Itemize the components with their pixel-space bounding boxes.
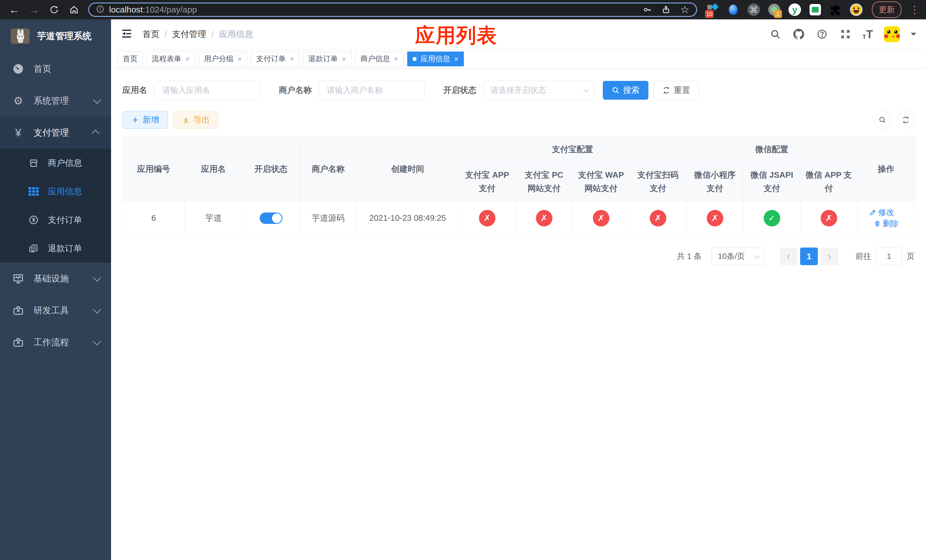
browser-home-button[interactable] bbox=[66, 2, 82, 18]
sidebar-item-pay-orders[interactable]: 支付订单 bbox=[0, 206, 111, 234]
merchant-name-input[interactable] bbox=[327, 86, 416, 95]
header-search-icon[interactable] bbox=[769, 28, 782, 41]
browser-back-button[interactable]: ← bbox=[6, 2, 22, 18]
app-table: 应用编号 应用名 开启状态 商户名称 创建时间 支付宝配置 微信配置 操作 支付… bbox=[123, 137, 915, 235]
tab-process-form[interactable]: 流程表单× bbox=[146, 51, 195, 67]
grid-icon bbox=[28, 186, 39, 197]
sidebar-item-system[interactable]: ⚙ 系统管理 bbox=[0, 85, 111, 117]
sidebar-item-home[interactable]: 首页 bbox=[0, 53, 111, 85]
switch-knob bbox=[272, 213, 281, 223]
status-icon: ✗ bbox=[707, 210, 723, 227]
page-size-select[interactable]: 10条/页 bbox=[711, 248, 765, 265]
user-avatar[interactable] bbox=[884, 26, 900, 42]
status-icon: ✗ bbox=[479, 210, 495, 227]
browser-menu-icon[interactable]: ⋮ bbox=[909, 4, 920, 16]
browser-update-button[interactable]: 更新 bbox=[872, 2, 902, 18]
back-icon: ← bbox=[9, 4, 20, 16]
toggle-search-button[interactable] bbox=[874, 111, 891, 129]
extension-blocker-icon[interactable]: 10 bbox=[706, 3, 719, 16]
app-name-input[interactable] bbox=[162, 86, 252, 95]
password-key-icon[interactable] bbox=[643, 5, 652, 14]
tab-app-info-active[interactable]: 应用信息× bbox=[407, 51, 464, 67]
close-icon[interactable]: × bbox=[454, 55, 458, 63]
sidebar-collapse-button[interactable] bbox=[121, 28, 133, 41]
prev-page-button[interactable]: ‹ bbox=[780, 248, 797, 265]
avatar-caret-icon[interactable] bbox=[911, 33, 916, 38]
extension-y-icon[interactable]: y bbox=[788, 3, 801, 16]
col-group-wechat: 微信配置 bbox=[687, 137, 857, 162]
search-button[interactable]: 搜索 bbox=[603, 81, 648, 100]
extension-command-icon[interactable]: ⌘ bbox=[747, 3, 760, 16]
status-icon: ✗ bbox=[593, 210, 609, 227]
extension-badge: 1 bbox=[774, 10, 782, 18]
github-icon[interactable] bbox=[793, 28, 805, 41]
url-path: :1024/pay/app bbox=[143, 5, 197, 14]
sidebar-item-label: 首页 bbox=[33, 63, 99, 75]
refresh-table-button[interactable] bbox=[897, 111, 915, 129]
sidebar-item-workflow[interactable]: 工作流程 bbox=[0, 327, 111, 358]
breadcrumb-current: 应用信息 bbox=[219, 29, 253, 40]
sidebar: 芋道管理系统 首页 ⚙ 系统管理 ¥ 支付管理 bbox=[0, 20, 111, 560]
home-icon bbox=[69, 5, 79, 15]
tab-home[interactable]: 首页 bbox=[117, 51, 143, 67]
next-page-button[interactable]: › bbox=[821, 248, 838, 265]
close-icon[interactable]: × bbox=[185, 55, 190, 63]
help-icon[interactable] bbox=[816, 28, 828, 41]
edit-link[interactable]: 修改 bbox=[869, 207, 894, 218]
tab-refund-orders[interactable]: 退款订单× bbox=[303, 51, 352, 67]
navbar: 首页 / 支付管理 / 应用信息 bbox=[111, 20, 926, 49]
sidebar-item-payment[interactable]: ¥ 支付管理 bbox=[0, 117, 111, 149]
reset-button[interactable]: 重置 bbox=[654, 81, 699, 100]
screen: ← → localhost:1024/pay/app ☆ 10 ⌘ bbox=[0, 0, 926, 560]
browser-profile-avatar[interactable] bbox=[850, 3, 863, 16]
close-icon[interactable]: × bbox=[394, 55, 398, 63]
enable-switch[interactable] bbox=[260, 212, 283, 224]
delete-link[interactable]: 删除 bbox=[874, 218, 899, 229]
page-1-button[interactable]: 1 bbox=[800, 248, 818, 265]
dashboard-icon bbox=[12, 63, 24, 75]
fullscreen-icon[interactable] bbox=[839, 28, 852, 41]
extension-chat-icon[interactable] bbox=[809, 3, 822, 16]
share-icon[interactable] bbox=[661, 5, 670, 14]
page-unit-label: 页 bbox=[906, 251, 915, 262]
breadcrumb-home[interactable]: 首页 bbox=[142, 29, 159, 40]
goto-page-input[interactable] bbox=[876, 248, 902, 265]
export-button[interactable]: 导出 bbox=[173, 111, 219, 129]
site-info-icon[interactable] bbox=[96, 5, 104, 15]
close-icon[interactable]: × bbox=[342, 55, 346, 63]
address-bar[interactable]: localhost:1024/pay/app ☆ bbox=[88, 3, 697, 17]
briefcase-icon bbox=[12, 336, 24, 349]
bookmark-star-icon[interactable]: ☆ bbox=[680, 5, 689, 15]
close-icon[interactable]: × bbox=[290, 55, 294, 63]
pagination: 共 1 条 10条/页 ‹ 1 › 前往 页 bbox=[123, 248, 915, 265]
font-size-icon[interactable]: тT bbox=[862, 28, 873, 41]
tab-label: 商户信息 bbox=[360, 54, 390, 64]
extensions-menu-icon[interactable] bbox=[829, 3, 842, 16]
sidebar-item-dev-tools[interactable]: 研发工具 bbox=[0, 295, 111, 327]
sidebar-item-label: 工作流程 bbox=[33, 336, 84, 348]
tab-label: 首页 bbox=[123, 54, 138, 64]
sidebar-item-label: 支付管理 bbox=[33, 127, 84, 139]
tab-pay-orders[interactable]: 支付订单× bbox=[251, 51, 299, 67]
add-button[interactable]: 新增 bbox=[123, 111, 168, 129]
sidebar-item-infrastructure[interactable]: 基础设施 bbox=[0, 263, 111, 295]
extension-balloon-icon[interactable] bbox=[727, 3, 740, 16]
sidebar-item-merchant-info[interactable]: 商户信息 bbox=[0, 149, 111, 177]
merchant-name-input-box bbox=[319, 81, 425, 100]
tab-user-group[interactable]: 用户分组× bbox=[198, 51, 247, 67]
breadcrumb-payment[interactable]: 支付管理 bbox=[172, 29, 206, 40]
status-select[interactable]: 请选择开启状态 bbox=[483, 81, 595, 100]
browser-forward-button[interactable]: → bbox=[26, 2, 42, 18]
sidebar-item-refund-orders[interactable]: 退款订单 bbox=[0, 234, 111, 263]
goto-input-box bbox=[876, 248, 902, 265]
reload-icon bbox=[49, 5, 59, 15]
extension-recorder-icon[interactable]: 1 bbox=[768, 3, 781, 16]
chevron-down-icon bbox=[754, 253, 760, 259]
breadcrumb: 首页 / 支付管理 / 应用信息 bbox=[142, 29, 253, 40]
chevron-down-icon bbox=[93, 338, 101, 345]
close-icon[interactable]: × bbox=[238, 55, 242, 63]
browser-reload-button[interactable] bbox=[46, 2, 62, 18]
sidebar-item-app-info[interactable]: 应用信息 bbox=[0, 177, 111, 206]
tab-merchant-info[interactable]: 商户信息× bbox=[355, 51, 404, 67]
sidebar-logo[interactable]: 芋道管理系统 bbox=[0, 20, 111, 53]
